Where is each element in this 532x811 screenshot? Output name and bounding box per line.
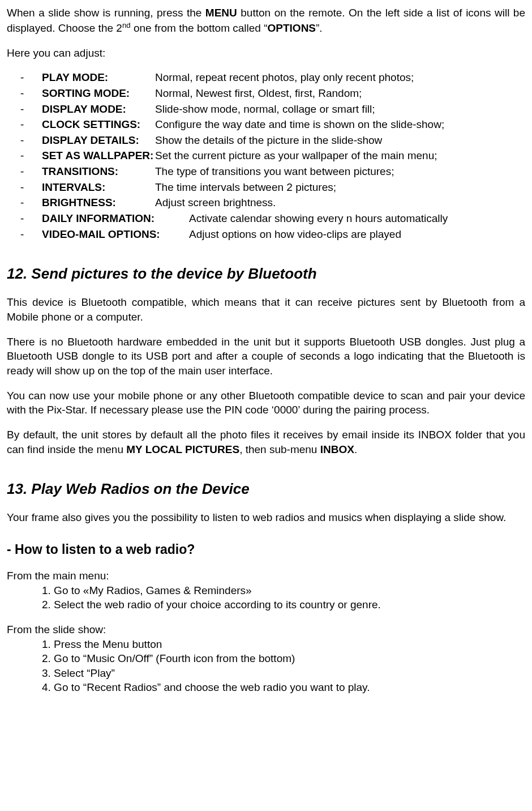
p12d-mid: , then sub-menu (239, 443, 320, 455)
intro-options-bold: OPTIONS (268, 22, 316, 34)
option-description: Activate calendar showing every n hours … (189, 211, 525, 226)
intro-end: ”. (316, 22, 323, 34)
options-row: -INTERVALS:The time intervals between 2 … (7, 180, 525, 195)
option-label: CLOCK SETTINGS: (42, 117, 155, 132)
option-label: DISPLAY DETAILS: (42, 133, 155, 148)
p13a: Your frame also gives you the possibilit… (7, 510, 525, 525)
option-description: Normal, Newest first, Oldest, first, Ran… (155, 86, 525, 101)
step-item: 1. Go to «My Radios, Games & Reminders» (7, 583, 525, 598)
mainmenu-steps: 1. Go to «My Radios, Games & Reminders»2… (7, 583, 525, 612)
dash-bullet: - (7, 211, 42, 226)
dash-bullet: - (7, 117, 42, 132)
slideshow-steps: 1. Press the Menu button2. Go to “Music … (7, 637, 525, 695)
dash-bullet: - (7, 164, 42, 179)
p12a: This device is Bluetooth compatible, whi… (7, 295, 525, 324)
option-description: The type of transitions you want between… (155, 164, 525, 179)
adjust-intro: Here you can adjust: (7, 46, 525, 61)
options-row: -CLOCK SETTINGS:Configure the way date a… (7, 117, 525, 132)
options-row: -SORTING MODE:Normal, Newest first, Olde… (7, 86, 525, 101)
options-row: -DISPLAY DETAILS:Show the details of the… (7, 133, 525, 148)
dash-bullet: - (7, 86, 42, 101)
intro-menu-bold: MENU (205, 7, 237, 19)
option-description: The time intervals between 2 pictures; (155, 180, 525, 195)
dash-bullet: - (7, 102, 42, 117)
slideshow-lead: From the slide show: (7, 622, 525, 637)
heading-13: 13. Play Web Radios on the Device (7, 479, 525, 499)
options-row: -DAILY INFORMATION:Activate calendar sho… (7, 211, 525, 226)
option-label: TRANSITIONS: (42, 164, 155, 179)
option-label: DAILY INFORMATION: (42, 211, 189, 226)
option-description: Show the details of the picture in the s… (155, 133, 525, 148)
step-item: 2. Select the web radio of your choice a… (7, 597, 525, 612)
option-label: DISPLAY MODE: (42, 102, 155, 117)
dash-bullet: - (7, 227, 42, 242)
step-item: 4. Go to “Recent Radios” and choose the … (7, 680, 525, 695)
p12d-bold1: MY LOCAL PICTURES (126, 443, 239, 455)
option-description: Configure the way date and time is shown… (155, 117, 525, 132)
dash-bullet: - (7, 133, 42, 148)
option-description: Normal, repeat recent photos, play only … (155, 70, 525, 85)
option-description: Adjust options on how video-clips are pl… (189, 227, 525, 242)
options-row: -PLAY MODE:Normal, repeat recent photos,… (7, 70, 525, 85)
intro-post: one from the bottom called “ (131, 22, 268, 34)
option-label: SORTING MODE: (42, 86, 155, 101)
dash-bullet: - (7, 180, 42, 195)
dash-bullet: - (7, 195, 42, 210)
option-label: PLAY MODE: (42, 70, 155, 85)
dash-bullet: - (7, 70, 42, 85)
heading-12: 12. Send pictures to the device by Bluet… (7, 264, 525, 284)
option-label: BRIGHTNESS: (42, 195, 155, 210)
intro-sup: nd (122, 21, 131, 29)
p12d-bold2: INBOX (320, 443, 354, 455)
options-row: -BRIGHTNESS:Adjust screen brightness. (7, 195, 525, 210)
options-row: -SET AS WALLPAPER:Set the current pictur… (7, 148, 525, 163)
intro-paragraph: When a slide show is running, press the … (7, 6, 525, 36)
dash-bullet: - (7, 148, 42, 163)
options-row: -TRANSITIONS:The type of transitions you… (7, 164, 525, 179)
mainmenu-lead: From the main menu: (7, 569, 525, 583)
step-item: 2. Go to “Music On/Off” (Fourth icon fro… (7, 651, 525, 666)
option-description: Set the current picture as your wallpape… (155, 148, 525, 163)
p12b: There is no Bluetooth hardware embedded … (7, 335, 525, 378)
intro-pre: When a slide show is running, press the (7, 7, 205, 19)
option-label: VIDEO-MAIL OPTIONS: (42, 227, 189, 242)
options-row: -DISPLAY MODE:Slide-show mode, normal, c… (7, 102, 525, 117)
heading-13q: - How to listen to a web radio? (7, 541, 525, 558)
option-description: Adjust screen brightness. (155, 195, 525, 210)
option-label: SET AS WALLPAPER: (42, 148, 155, 163)
option-label: INTERVALS: (42, 180, 155, 195)
p12c: You can now use your mobile phone or any… (7, 389, 525, 417)
step-item: 1. Press the Menu button (7, 637, 525, 652)
options-list: -PLAY MODE:Normal, repeat recent photos,… (7, 70, 525, 241)
p12d: By default, the unit stores by default a… (7, 428, 525, 456)
option-description: Slide-show mode, normal, collage or smar… (155, 102, 525, 117)
step-item: 3. Select “Play” (7, 666, 525, 681)
p12d-end: . (354, 443, 357, 455)
options-row: -VIDEO-MAIL OPTIONS:Adjust options on ho… (7, 227, 525, 242)
